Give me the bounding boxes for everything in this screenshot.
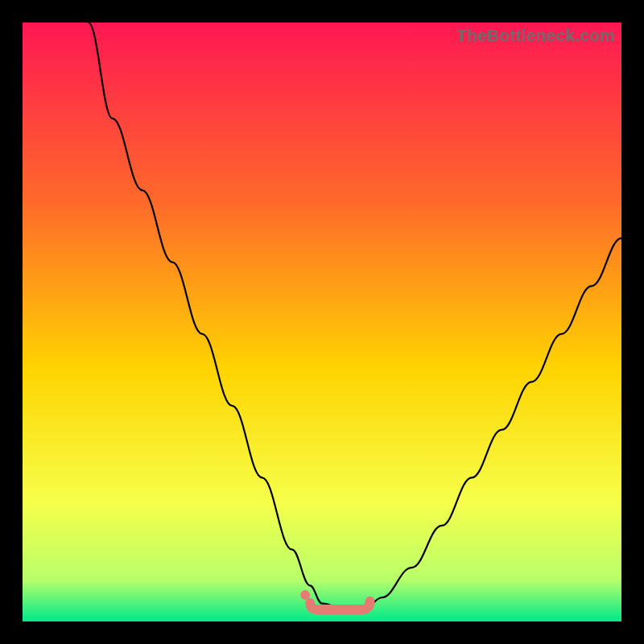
plot-area: TheBottleneck.com xyxy=(23,23,621,621)
bottleneck-curve-svg xyxy=(23,23,621,621)
valley-marker xyxy=(310,601,369,609)
watermark-text: TheBottleneck.com xyxy=(456,26,615,45)
bottleneck-curve xyxy=(89,23,621,609)
outer-frame: TheBottleneck.com xyxy=(0,0,644,644)
valley-start-dot xyxy=(300,590,310,600)
